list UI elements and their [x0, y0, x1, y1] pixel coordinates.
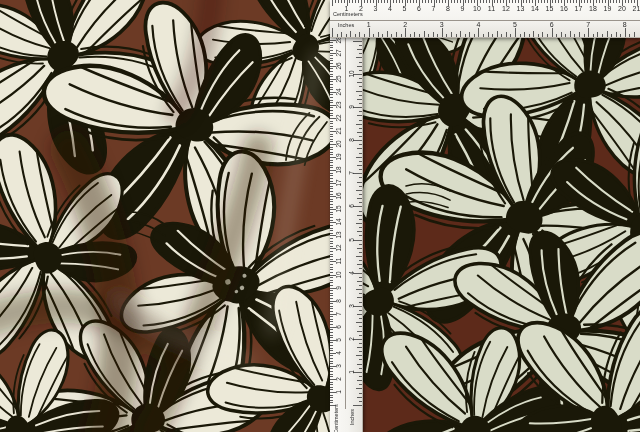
ruler-tick-cm	[330, 194, 333, 195]
cm-number: 1	[336, 390, 343, 394]
ruler-tick-cm	[500, 0, 501, 3]
ruler-tick-inch	[359, 268, 363, 269]
ruler-tick-cm	[330, 311, 333, 312]
ruler-tick-cm	[547, 0, 548, 3]
ruler-tick-cm	[425, 0, 426, 3]
ruler-tick-inch	[542, 32, 543, 37]
ruler-tick-inch	[356, 256, 363, 257]
ruler-tick-cm	[471, 0, 472, 3]
cm-number: 20	[618, 5, 626, 12]
ruler-tick-inch	[356, 124, 363, 125]
ruler-tick-inch	[359, 310, 363, 311]
inch-number: 1	[348, 370, 355, 374]
inch-number: 5	[513, 21, 517, 28]
ruler-tick-inch	[359, 202, 363, 203]
ruler-tick-cm	[410, 0, 411, 3]
ruler-tick-cm	[503, 0, 504, 3]
ruler-tick-inch	[356, 190, 363, 191]
ruler-tick-cm	[330, 363, 333, 364]
ruler-tick-inch	[373, 34, 374, 38]
ruler-tick-cm	[330, 217, 333, 218]
ruler-tick-cm	[330, 212, 333, 213]
ruler-tick-inch	[357, 397, 362, 398]
ruler-tick-cm	[330, 165, 333, 166]
ruler-tick-inch	[357, 264, 362, 265]
fabric-swatch-draped	[0, 0, 346, 432]
ruler-tick-inch	[359, 78, 363, 79]
cm-number: 27	[336, 49, 343, 56]
cm-number: 23	[336, 101, 343, 108]
inch-number: 4	[348, 271, 355, 275]
cm-number: 22	[336, 114, 343, 121]
ruler-tick-cm	[330, 358, 333, 359]
horizontal-ruler-centimeters-label: Centimeters	[333, 12, 363, 18]
ruler-tick-cm	[330, 298, 333, 299]
ruler-tick-cm	[330, 128, 333, 129]
ruler-tick-cm	[576, 0, 577, 3]
ruler-tick-inch	[396, 32, 397, 37]
ruler-tick-inch	[515, 28, 516, 37]
ruler-tick-inch	[433, 32, 434, 37]
ruler-tick-cm	[610, 0, 611, 3]
ruler-tick-cm	[330, 264, 333, 265]
cm-number: 25	[336, 75, 343, 82]
vertical-ruler: Centimeters Inches 123456789101112131415…	[330, 37, 363, 432]
ruler-tick-inch	[428, 34, 429, 38]
ruler-tick-cm	[532, 0, 533, 3]
ruler-tick-cm	[330, 76, 333, 77]
ruler-tick-inch	[629, 34, 630, 38]
ruler-tick-inch	[359, 293, 363, 294]
ruler-tick-cm	[384, 0, 385, 3]
ruler-tick-cm	[407, 0, 408, 3]
ruler-tick-cm	[330, 389, 333, 390]
ruler-tick-inch	[524, 32, 525, 37]
ruler-tick-cm	[561, 0, 562, 3]
ruler-tick-inch	[446, 34, 447, 38]
ruler-tick-inch	[359, 136, 363, 137]
ruler-tick-cm	[330, 238, 333, 239]
ruler-tick-inch	[488, 32, 489, 37]
ruler-tick-cm	[330, 321, 333, 322]
ruler-tick-inch	[359, 144, 363, 145]
cm-number: 17	[336, 179, 343, 186]
cm-number: 6	[417, 5, 421, 12]
ruler-tick-inch	[359, 153, 363, 154]
ruler-tick-cm	[330, 220, 333, 221]
ruler-tick-inch	[359, 169, 363, 170]
ruler-tick-inch	[625, 28, 626, 37]
ruler-tick-inch	[456, 34, 457, 38]
ruler-tick-inch	[359, 318, 363, 319]
ruler-tick-inch	[359, 260, 363, 261]
inch-number: 4	[476, 21, 480, 28]
ruler-tick-cm	[584, 0, 585, 3]
ruler-tick-cm	[364, 0, 365, 3]
ruler-tick-cm	[373, 0, 374, 3]
cm-number: 14	[336, 219, 343, 226]
ruler-tick-cm	[330, 405, 336, 406]
ruler-tick-cm	[330, 293, 333, 294]
ruler-tick-inch	[520, 34, 521, 38]
ruler-tick-inch	[357, 115, 362, 116]
ruler-tick-inch	[359, 211, 363, 212]
ruler-tick-cm	[413, 0, 414, 3]
ruler-tick-cm	[330, 55, 333, 56]
ruler-tick-cm	[330, 47, 333, 48]
ruler-tick-cm	[330, 136, 333, 137]
ruler-tick-inch	[574, 34, 575, 38]
fabric-listing-photo: Centimeters Inches 123456789101112131415…	[0, 0, 640, 432]
ruler-tick-inch	[556, 34, 557, 38]
ruler-tick-inch	[359, 177, 363, 178]
ruler-tick-inch	[359, 376, 363, 377]
cm-number: 10	[473, 5, 481, 12]
horizontal-ruler: Centimeters Inches 123456789101112131415…	[330, 0, 640, 38]
ruler-tick-inch	[359, 86, 363, 87]
ruler-tick-inch	[357, 198, 362, 199]
ruler-tick-inch	[382, 34, 383, 38]
inch-number: 7	[348, 171, 355, 175]
ruler-tick-cm	[431, 0, 432, 3]
ruler-tick-inch	[359, 194, 363, 195]
ruler-tick-inch	[359, 244, 363, 245]
cm-number: 3	[374, 5, 378, 12]
ruler-tick-inch	[356, 157, 363, 158]
ruler-tick-cm	[330, 233, 333, 234]
